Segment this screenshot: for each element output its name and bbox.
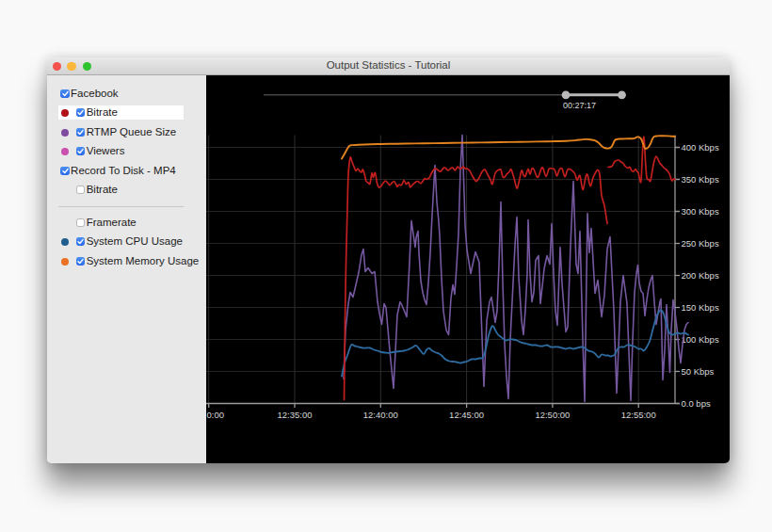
svg-text:50 Kbps: 50 Kbps [681, 365, 714, 376]
svg-text:150 Kbps: 150 Kbps [681, 301, 718, 312]
svg-text:12:35:00: 12:35:00 [277, 409, 312, 419]
svg-text:12:40:00: 12:40:00 [362, 409, 397, 419]
svg-text:12:50:00: 12:50:00 [535, 409, 570, 419]
svg-text:0:00: 0:00 [206, 409, 224, 419]
svg-text:350 Kbps: 350 Kbps [681, 173, 718, 184]
svg-text:250 Kbps: 250 Kbps [681, 237, 718, 248]
svg-text:300 Kbps: 300 Kbps [681, 205, 718, 216]
svg-text:12:45:00: 12:45:00 [449, 409, 484, 419]
svg-text:0.0 bps: 0.0 bps [681, 397, 710, 408]
svg-text:12:55:00: 12:55:00 [620, 409, 655, 419]
svg-text:400 Kbps: 400 Kbps [681, 141, 718, 152]
svg-text:00:27:17: 00:27:17 [563, 100, 596, 109]
svg-text:200 Kbps: 200 Kbps [681, 269, 718, 280]
svg-text:100 Kbps: 100 Kbps [681, 333, 718, 344]
